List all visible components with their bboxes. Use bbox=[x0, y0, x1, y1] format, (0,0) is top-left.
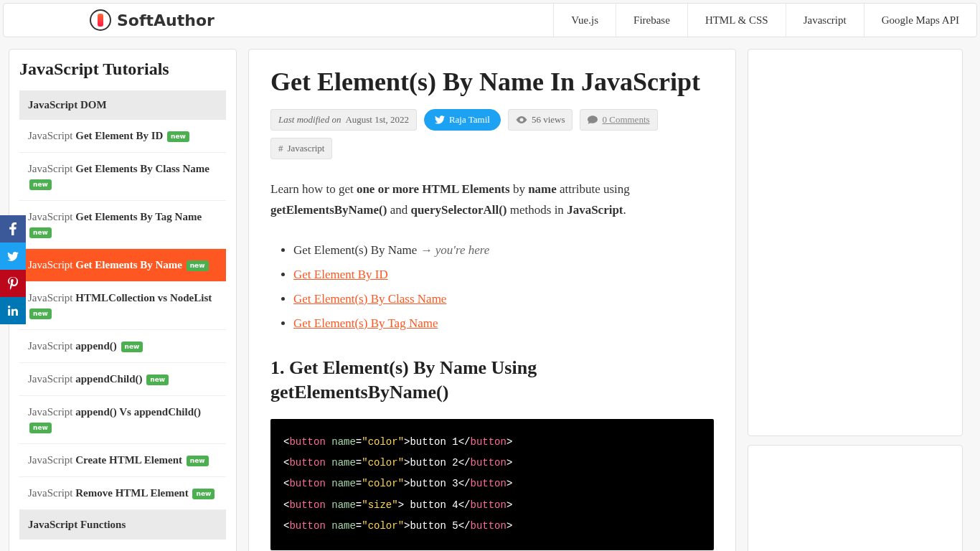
tag-name: Javascript bbox=[288, 143, 325, 154]
right-sidebar bbox=[748, 49, 963, 551]
new-badge: new bbox=[29, 227, 52, 238]
article: Get Element(s) By Name In JavaScript Las… bbox=[248, 49, 736, 551]
share-pinterest-button[interactable] bbox=[0, 270, 26, 297]
logo[interactable]: SoftAuthor bbox=[4, 9, 553, 31]
view-count: 56 views bbox=[532, 114, 565, 126]
new-badge: new bbox=[29, 179, 52, 190]
toc-item: Get Element(s) By Tag Name bbox=[293, 311, 714, 336]
ad-box bbox=[748, 445, 963, 551]
top-header: SoftAuthor Vue.jsFirebaseHTML & CSSJavas… bbox=[3, 3, 977, 37]
nav-item[interactable]: Vue.js bbox=[553, 4, 616, 37]
twitter-icon bbox=[435, 116, 445, 124]
toc-item: Get Element(s) By Name → you're here bbox=[293, 238, 714, 263]
sidebar-section-header: JavaScript Functions bbox=[19, 510, 226, 540]
share-twitter-button[interactable] bbox=[0, 242, 26, 270]
share-facebook-button[interactable] bbox=[0, 215, 26, 242]
sidebar-section-header: JavaScript DOM bbox=[19, 90, 226, 120]
pinterest-icon bbox=[8, 277, 18, 290]
meta-tag[interactable]: # Javascript bbox=[270, 138, 332, 159]
share-linkedin-button[interactable] bbox=[0, 297, 26, 324]
page-title: Get Element(s) By Name In JavaScript bbox=[270, 67, 714, 98]
new-badge: new bbox=[121, 342, 143, 352]
toc-link[interactable]: Get Element(s) By Tag Name bbox=[293, 316, 438, 330]
toc-link[interactable]: Get Element By ID bbox=[293, 268, 388, 281]
sidebar-item[interactable]: JavaScript Get Elements By Class Name ne… bbox=[19, 153, 226, 201]
code-block: <button name="color">button 1</button><b… bbox=[270, 419, 714, 550]
logo-icon bbox=[90, 9, 111, 31]
toc-link[interactable]: Get Element(s) By Class Name bbox=[293, 292, 446, 306]
new-badge: new bbox=[29, 423, 52, 433]
comment-icon bbox=[588, 116, 598, 124]
ad-box bbox=[748, 49, 963, 436]
new-badge: new bbox=[146, 375, 169, 385]
logo-text: SoftAuthor bbox=[117, 11, 215, 29]
meta-views: 56 views bbox=[508, 109, 573, 131]
sidebar-item[interactable]: JavaScript HTMLCollection vs NodeList ne… bbox=[19, 282, 226, 330]
new-badge: new bbox=[167, 131, 189, 142]
meta-row: Last modified on August 1st, 2022 Raja T… bbox=[270, 109, 714, 159]
sidebar-item[interactable]: JavaScript Get Elements By Tag Name new bbox=[19, 201, 226, 249]
modified-label: Last modified on bbox=[278, 114, 341, 126]
sidebar-item[interactable]: JavaScript Get Element By ID new bbox=[19, 120, 226, 153]
comments-link[interactable]: 0 Comments bbox=[602, 114, 649, 126]
sidebar-item[interactable]: JavaScript Get Elements By Name new bbox=[19, 249, 226, 282]
twitter-icon bbox=[7, 252, 19, 261]
meta-modified: Last modified on August 1st, 2022 bbox=[270, 109, 417, 131]
main-content: Get Element(s) By Name In JavaScript Las… bbox=[248, 49, 736, 551]
main-nav: Vue.jsFirebaseHTML & CSSJavascriptGoogle… bbox=[553, 4, 976, 37]
linkedin-icon bbox=[8, 306, 18, 316]
sidebar-item[interactable]: JavaScript Create HTML Element new bbox=[19, 444, 226, 477]
nav-item[interactable]: Google Maps API bbox=[864, 4, 976, 37]
modified-date: August 1st, 2022 bbox=[345, 114, 408, 126]
toc-list: Get Element(s) By Name → you're hereGet … bbox=[270, 238, 714, 336]
sidebar-item[interactable]: JavaScript appendChild() new bbox=[19, 363, 226, 396]
author-name: Raja Tamil bbox=[449, 114, 490, 126]
meta-author[interactable]: Raja Tamil bbox=[424, 109, 501, 131]
sidebar-title: JavaScript Tutorials bbox=[19, 60, 226, 79]
nav-item[interactable]: HTML & CSS bbox=[687, 4, 786, 37]
nav-item[interactable]: Javascript bbox=[786, 4, 864, 37]
new-badge: new bbox=[29, 309, 52, 319]
intro-paragraph: Learn how to get one or more HTML Elemen… bbox=[270, 179, 714, 221]
eye-icon bbox=[516, 116, 527, 123]
sidebar-item[interactable]: JavaScript append() new bbox=[19, 330, 226, 363]
facebook-icon bbox=[9, 222, 17, 235]
sidebar-item[interactable]: JavaScript append() Vs appendChild() new bbox=[19, 396, 226, 444]
new-badge: new bbox=[187, 456, 209, 466]
hash-icon: # bbox=[278, 143, 283, 154]
meta-comments[interactable]: 0 Comments bbox=[580, 109, 657, 131]
sidebar-item[interactable]: JavaScript Remove HTML Element new bbox=[19, 477, 226, 510]
toc-item: Get Element(s) By Class Name bbox=[293, 287, 714, 311]
new-badge: new bbox=[187, 260, 209, 271]
section-heading: 1. Get Element(s) By Name Using getEleme… bbox=[270, 356, 714, 405]
sidebar: JavaScript Tutorials JavaScript DOM Java… bbox=[9, 49, 237, 551]
new-badge: new bbox=[192, 489, 215, 499]
nav-item[interactable]: Firebase bbox=[616, 4, 687, 37]
share-rail bbox=[0, 215, 26, 324]
toc-item: Get Element By ID bbox=[293, 263, 714, 287]
